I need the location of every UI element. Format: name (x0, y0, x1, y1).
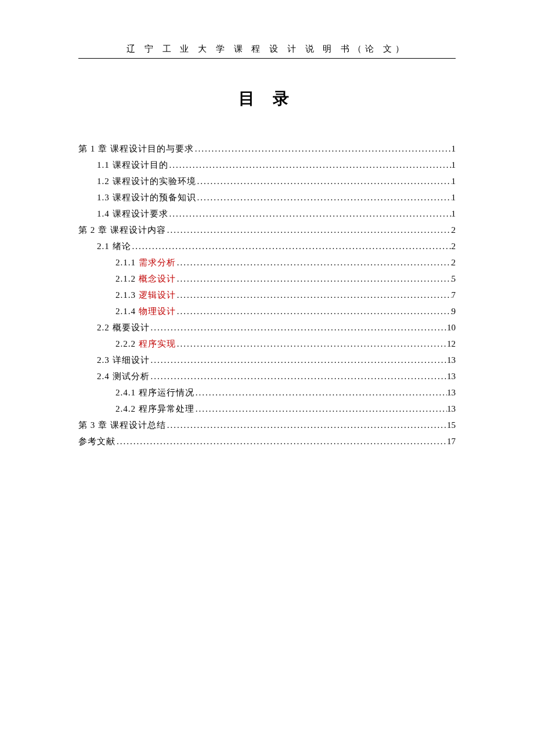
toc-page-number: 1 (452, 207, 456, 221)
toc-page-number: 12 (447, 337, 456, 351)
toc-row: 1.3 课程设计的预备知识1 (78, 190, 456, 204)
toc-entry-text: 1.1 课程设计目的 (97, 160, 168, 170)
toc-entry-label: 2.3 详细设计 (97, 353, 150, 367)
toc-entry-highlight: 物理设计 (139, 307, 176, 316)
toc-leader-dots (194, 142, 452, 156)
toc-page-number: 2 (452, 239, 456, 253)
toc-entry-label: 参考文献 (78, 434, 116, 448)
toc-leader-dots (168, 158, 452, 172)
toc-page-number: 9 (452, 304, 456, 318)
toc-row: 2.1.3 逻辑设计7 (78, 288, 456, 302)
toc-row: 第 2 章 课程设计内容 2 (78, 223, 456, 237)
toc-page-number: 1 (452, 142, 456, 156)
toc-entry-text: 1.2 课程设计的实验环境 (97, 177, 196, 186)
toc-row: 1.2 课程设计的实验环境1 (78, 174, 456, 188)
toc-row: 2.2 概要设计10 (78, 321, 456, 334)
toc-entry-text: 第 2 章 课程设计内容 (78, 225, 166, 235)
toc-leader-dots (150, 353, 448, 367)
toc-entry-text: 1.4 课程设计要求 (97, 209, 168, 218)
toc-entry-text: 第 3 章 课程设计总结 (78, 420, 166, 430)
toc-entry-label: 2.1.1 需求分析 (116, 255, 176, 269)
toc-page-number: 5 (452, 272, 456, 286)
toc-page-number: 1 (452, 174, 456, 188)
toc-entry-label: 1.2 课程设计的实验环境 (97, 174, 196, 188)
toc-entry-label: 2.4.2 程序异常处理 (116, 402, 194, 416)
toc-entry-text: 2.4.2 程序异常处理 (116, 404, 194, 413)
toc-leader-dots (166, 223, 452, 237)
toc-entry-label: 1.3 课程设计的预备知识 (97, 190, 196, 204)
toc-page-number: 10 (447, 321, 456, 334)
toc-entry-label: 1.4 课程设计要求 (97, 207, 168, 221)
toc-entry-text: 2.2.2 (116, 339, 139, 348)
toc-page-number: 2 (452, 223, 456, 237)
toc-page-number: 2 (452, 255, 456, 269)
toc-entry-text: 2.3 详细设计 (97, 355, 150, 365)
toc-leader-dots (150, 369, 448, 383)
toc-row: 2.2.2 程序实现12 (78, 337, 456, 351)
toc-entry-text: 1.3 课程设计的预备知识 (97, 193, 196, 202)
toc-row: 2.1.1 需求分析2 (78, 255, 456, 269)
toc-leader-dots (196, 174, 452, 188)
toc-leader-dots (116, 434, 447, 448)
toc-entry-label: 2.1.3 逻辑设计 (116, 288, 176, 302)
toc-page-number: 13 (447, 353, 456, 367)
page-header: 辽 宁 工 业 大 学 课 程 设 计 说 明 书（论 文） (78, 44, 456, 59)
toc-row: 1.1 课程设计目的1 (78, 158, 456, 172)
toc-entry-label: 2.1 绪论 (97, 239, 131, 253)
toc-title: 目 录 (78, 88, 456, 110)
toc-leader-dots (176, 337, 447, 351)
toc-row: 参考文献 17 (78, 434, 456, 448)
toc-row: 2.3 详细设计13 (78, 353, 456, 367)
toc-row: 2.1.2 概念设计5 (78, 272, 456, 286)
toc-page-number: 13 (447, 402, 456, 416)
toc-row: 2.4.1 程序运行情况13 (78, 386, 456, 399)
toc-entry-highlight: 程序实现 (139, 339, 176, 348)
toc-entry-text: 2.1 绪论 (97, 242, 131, 251)
toc-page-number: 1 (452, 190, 456, 204)
toc-page-number: 17 (447, 434, 456, 448)
toc-row: 第 3 章 课程设计总结 15 (78, 418, 456, 432)
toc-leader-dots (194, 386, 447, 399)
toc-leader-dots (176, 272, 452, 286)
toc-entry-label: 2.4 测试分析 (97, 369, 150, 383)
toc-leader-dots (176, 255, 452, 269)
toc-page-number: 13 (447, 369, 456, 383)
toc-leader-dots (131, 239, 452, 253)
toc-entry-label: 2.1.4 物理设计 (116, 304, 176, 318)
toc-row: 2.1.4 物理设计9 (78, 304, 456, 318)
toc-row: 2.4 测试分析13 (78, 369, 456, 383)
toc-leader-dots (166, 418, 447, 432)
toc-leader-dots (176, 304, 452, 318)
toc-row: 第 1 章 课程设计目的与要求 1 (78, 142, 456, 156)
toc-leader-dots (150, 321, 448, 334)
toc-entry-text: 参考文献 (78, 437, 116, 446)
toc-entry-text: 2.1.1 (116, 258, 139, 267)
toc-page-number: 1 (452, 158, 456, 172)
toc-leader-dots (168, 207, 452, 221)
toc-entry-highlight: 逻辑设计 (139, 290, 176, 300)
toc-entry-text: 2.1.3 (116, 290, 139, 300)
toc-entry-highlight: 概念设计 (139, 274, 176, 283)
toc-leader-dots (194, 402, 447, 416)
toc-row: 2.4.2 程序异常处理13 (78, 402, 456, 416)
toc-row: 1.4 课程设计要求1 (78, 207, 456, 221)
toc-entry-text: 2.2 概要设计 (97, 323, 150, 332)
toc-entry-label: 第 1 章 课程设计目的与要求 (78, 142, 194, 156)
toc-entry-text: 2.1.2 (116, 274, 139, 283)
toc-entry-highlight: 需求分析 (139, 258, 176, 267)
toc-page-number: 7 (452, 288, 456, 302)
toc-entry-label: 2.4.1 程序运行情况 (116, 386, 194, 399)
toc-row: 2.1 绪论2 (78, 239, 456, 253)
toc-entry-label: 2.2.2 程序实现 (116, 337, 176, 351)
toc-entry-text: 2.4 测试分析 (97, 372, 150, 381)
toc-entry-text: 第 1 章 课程设计目的与要求 (78, 144, 194, 153)
toc-entry-label: 第 3 章 课程设计总结 (78, 418, 166, 432)
toc-entry-label: 2.2 概要设计 (97, 321, 150, 334)
table-of-contents: 第 1 章 课程设计目的与要求 11.1 课程设计目的11.2 课程设计的实验环… (78, 142, 456, 448)
toc-entry-text: 2.1.4 (116, 307, 139, 316)
toc-leader-dots (196, 190, 452, 204)
toc-entry-label: 第 2 章 课程设计内容 (78, 223, 166, 237)
toc-page-number: 15 (447, 418, 456, 432)
toc-entry-text: 2.4.1 程序运行情况 (116, 388, 194, 397)
toc-page-number: 13 (447, 386, 456, 399)
